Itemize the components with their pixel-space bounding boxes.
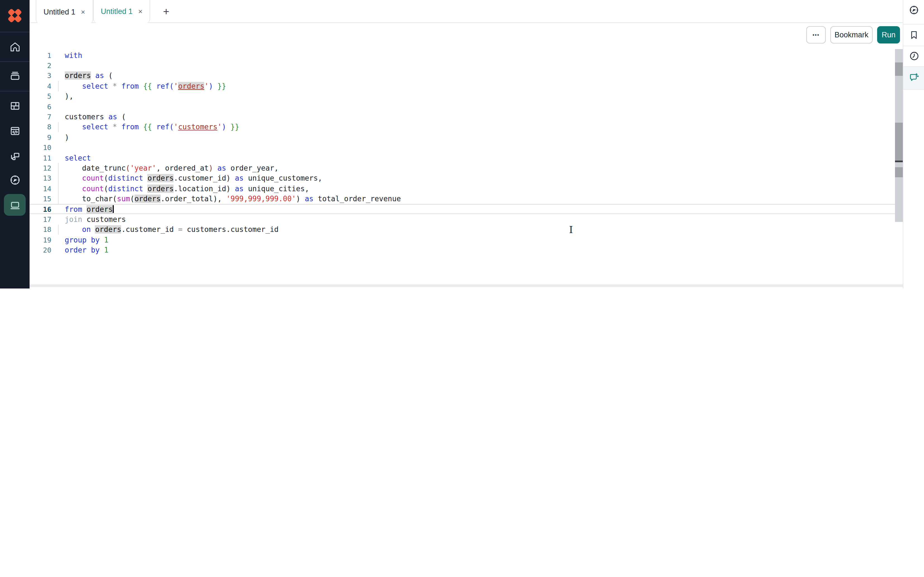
line-number: 17 (29, 215, 51, 224)
workstation-icon-active[interactable] (4, 194, 26, 216)
line-number: 1 (29, 51, 51, 60)
line-number: 13 (29, 174, 51, 182)
sql-editor[interactable]: 1with23orders as (4select * from {{ ref(… (29, 47, 903, 284)
code-line[interactable]: 7customers as ( (29, 112, 903, 122)
code-line[interactable]: 13count(distinct orders.customer_id) as … (29, 173, 903, 184)
code-line-text: join customers (65, 215, 126, 224)
main-panel: Untitled 1×Untitled 1×+ ••• Bookmark Run… (29, 0, 903, 288)
explore-compass-icon[interactable] (0, 169, 29, 191)
code-line[interactable]: 20order by 1 (29, 245, 903, 255)
compass-icon[interactable] (903, 0, 924, 20)
code-line[interactable]: 10 (29, 142, 903, 153)
code-line[interactable]: 19group by 1 (29, 235, 903, 245)
code-line[interactable]: 2 (29, 61, 903, 71)
hex-logo-icon[interactable] (6, 6, 24, 24)
bookmark-button[interactable]: Bookmark (830, 26, 873, 44)
more-options-button[interactable]: ••• (806, 26, 826, 44)
code-line[interactable]: 18on orders.customer_id = customers.cust… (29, 224, 903, 235)
new-tab-button[interactable]: + (161, 6, 171, 16)
app-window: Untitled 1×Untitled 1×+ ••• Bookmark Run… (0, 0, 924, 288)
line-number: 3 (29, 72, 51, 80)
code-line-text: date_trunc('year', ordered_at) as order_… (65, 164, 278, 172)
history-clock-icon[interactable] (903, 46, 924, 66)
code-line-text: select * from {{ ref('customers') }} (65, 123, 239, 131)
line-number: 8 (29, 123, 51, 131)
code-line-text: count(distinct orders.customer_id) as un… (65, 174, 322, 182)
line-number: 6 (29, 102, 51, 111)
line-number: 7 (29, 113, 51, 121)
code-line-text: select * from {{ ref('orders') }} (65, 82, 226, 90)
left-sidebar (0, 0, 29, 288)
tab-close-icon[interactable]: × (138, 8, 142, 15)
code-line[interactable]: 17join customers (29, 214, 903, 225)
code-line-text: count(distinct orders.location_id) as un… (65, 185, 309, 193)
text-caret (113, 205, 114, 213)
line-number: 11 (29, 153, 51, 162)
code-line-text: select (65, 153, 91, 162)
line-number: 15 (29, 195, 51, 203)
line-number: 12 (29, 164, 51, 172)
code-line-text: customers as ( (65, 113, 126, 121)
ai-chat-sparkles-icon[interactable] (903, 68, 924, 87)
tab-label: Untitled 1 (44, 8, 75, 16)
dashboard-grid-icon[interactable] (0, 95, 29, 117)
code-line[interactable]: 8select * from {{ ref('customers') }} (29, 122, 903, 132)
code-line-text: order by 1 (65, 246, 108, 254)
tab-label: Untitled 1 (101, 7, 132, 16)
line-number: 16 (29, 205, 51, 213)
code-line-text: to_char(sum(orders.order_total), '999,99… (65, 195, 401, 203)
code-line[interactable]: 6 (29, 102, 903, 112)
code-window-icon[interactable] (0, 120, 29, 142)
code-lines: 1with23orders as (4select * from {{ ref(… (29, 50, 903, 255)
data-drawer-icon[interactable] (0, 64, 29, 87)
code-line[interactable]: 16from orders (29, 204, 903, 214)
code-line[interactable]: 1with (29, 50, 903, 61)
editor-scrollbar[interactable] (895, 49, 903, 222)
query-status: Query completed in 4s (787, 287, 876, 288)
code-line[interactable]: 3orders as ( (29, 71, 903, 81)
code-line-text: ) (65, 133, 69, 142)
line-number: 10 (29, 143, 51, 152)
code-line[interactable]: 15to_char(sum(orders.order_total), '999,… (29, 194, 903, 204)
tab-close-icon[interactable]: × (81, 8, 85, 15)
code-line[interactable]: 9) (29, 132, 903, 142)
results-panel: ResultsDetailsChart Query completed in 4… (29, 287, 903, 288)
run-button[interactable]: Run (877, 26, 900, 44)
bookmark-icon[interactable] (903, 25, 924, 45)
code-line-text: on orders.customer_id = customers.custom… (65, 226, 278, 234)
code-line-text: orders as ( (65, 72, 113, 80)
line-number: 4 (29, 82, 51, 90)
line-number: 5 (29, 92, 51, 101)
notebook-tab[interactable]: Untitled 1× (36, 0, 93, 23)
line-number: 20 (29, 246, 51, 254)
code-line-text: from orders (65, 205, 114, 213)
results-tab-bar: ResultsDetailsChart Query completed in 4… (29, 287, 903, 288)
right-sidebar (903, 0, 924, 288)
code-line[interactable]: 14count(distinct orders.location_id) as … (29, 184, 903, 194)
tab-bar: Untitled 1×Untitled 1×+ (29, 0, 903, 23)
code-line[interactable]: 11select (29, 153, 903, 163)
notebook-tab[interactable]: Untitled 1× (93, 0, 150, 23)
line-number: 18 (29, 226, 51, 234)
line-number: 2 (29, 61, 51, 70)
linked-windows-icon[interactable] (0, 145, 29, 167)
code-line[interactable]: 12date_trunc('year', ordered_at) as orde… (29, 163, 903, 173)
code-line-text: group by 1 (65, 235, 108, 244)
line-number: 14 (29, 185, 51, 193)
line-number: 9 (29, 133, 51, 142)
mouse-ibeam-cursor: I (569, 224, 573, 235)
line-number: 19 (29, 235, 51, 244)
panel-divider[interactable] (29, 284, 903, 287)
code-line-text: ), (65, 92, 73, 101)
code-line[interactable]: 5), (29, 91, 903, 102)
editor-toolbar: ••• Bookmark Run (29, 23, 903, 46)
code-line-text: with (65, 51, 82, 60)
home-icon[interactable] (0, 35, 29, 58)
code-line[interactable]: 4select * from {{ ref('orders') }} (29, 81, 903, 91)
